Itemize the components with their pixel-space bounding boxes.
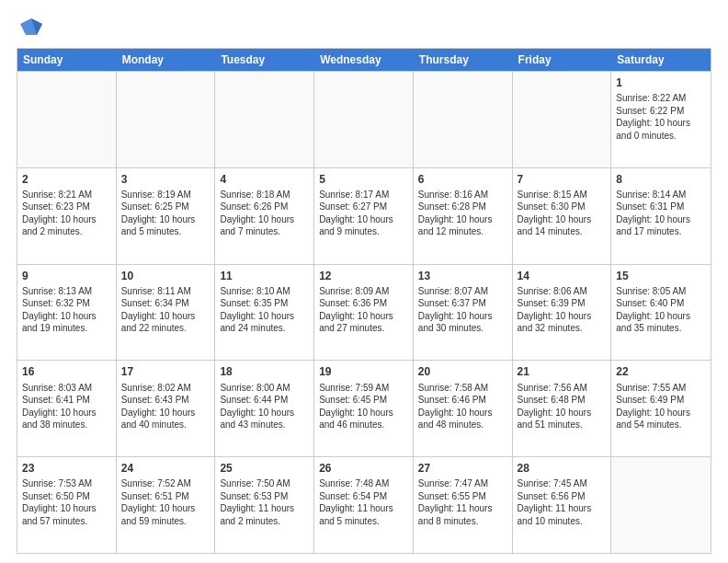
calendar-cell: 18Sunrise: 8:00 AMSunset: 6:44 PMDayligh… [215,361,314,456]
day-info: Daylight: 10 hours [22,502,111,515]
logo [17,15,44,40]
day-info: Sunrise: 8:10 AM [220,285,309,298]
day-number: 13 [418,269,507,283]
day-info: Daylight: 11 hours [319,502,408,515]
day-info: and 8 minutes. [418,515,507,528]
calendar-cell: 8Sunrise: 8:14 AMSunset: 6:31 PMDaylight… [611,168,711,264]
day-info: Sunrise: 8:22 AM [616,92,706,105]
day-info: Sunrise: 7:55 AM [616,382,706,395]
calendar-cell: 23Sunrise: 7:53 AMSunset: 6:50 PMDayligh… [17,457,117,553]
day-number: 18 [220,364,309,379]
day-info: Daylight: 10 hours [121,407,210,419]
day-info: Sunrise: 7:59 AM [319,382,408,395]
day-info: Sunset: 6:54 PM [319,490,408,503]
day-info: Sunrise: 8:03 AM [22,382,111,395]
day-info: and 32 minutes. [518,322,607,335]
day-info: Sunrise: 8:09 AM [319,285,408,298]
day-info: and 7 minutes. [220,225,309,238]
day-info: Sunset: 6:37 PM [418,297,507,310]
day-number: 19 [319,364,408,379]
day-info: Sunset: 6:36 PM [319,297,408,310]
day-info: Daylight: 10 hours [518,310,607,323]
day-info: Sunrise: 8:21 AM [22,189,111,201]
calendar-cell: 13Sunrise: 8:07 AMSunset: 6:37 PMDayligh… [414,265,513,361]
day-info: Sunrise: 8:11 AM [121,285,210,298]
day-info: and 54 minutes. [616,419,706,431]
day-info: and 48 minutes. [418,419,507,431]
day-info: Daylight: 10 hours [616,407,706,419]
weekday-header: Saturday [611,49,711,71]
day-info: Daylight: 11 hours [518,502,607,515]
day-number: 26 [319,461,408,476]
calendar-cell: 12Sunrise: 8:09 AMSunset: 6:36 PMDayligh… [314,265,414,361]
day-info: Sunrise: 7:45 AM [518,477,607,490]
calendar-cell: 9Sunrise: 8:13 AMSunset: 6:32 PMDaylight… [17,265,117,361]
day-info: and 12 minutes. [418,225,507,238]
day-number: 3 [121,172,210,187]
day-info: and 5 minutes. [121,225,210,238]
day-info: Sunrise: 8:02 AM [121,382,210,395]
weekday-header: Wednesday [314,49,414,71]
weekday-header: Thursday [414,49,513,71]
calendar-cell: 20Sunrise: 7:58 AMSunset: 6:46 PMDayligh… [414,361,513,456]
calendar-cell: 25Sunrise: 7:50 AMSunset: 6:53 PMDayligh… [215,457,314,553]
calendar-cell [513,72,612,167]
day-info: Sunrise: 7:48 AM [319,477,408,490]
day-info: Sunrise: 7:52 AM [121,477,210,490]
page: SundayMondayTuesdayWednesdayThursdayFrid… [0,0,728,563]
day-info: Sunrise: 8:13 AM [22,285,111,298]
day-info: Sunset: 6:56 PM [518,490,607,503]
day-info: Sunset: 6:30 PM [518,201,607,213]
day-info: Sunrise: 7:50 AM [220,477,309,490]
day-info: and 57 minutes. [22,515,111,528]
weekday-header: Tuesday [215,49,314,71]
day-number: 24 [121,461,210,476]
calendar-cell: 5Sunrise: 8:17 AMSunset: 6:27 PMDaylight… [314,168,414,264]
day-info: Sunset: 6:53 PM [220,490,309,503]
calendar-cell [414,72,513,167]
day-info: and 27 minutes. [319,322,408,335]
day-info: and 14 minutes. [518,225,607,238]
day-info: Sunrise: 8:17 AM [319,189,408,201]
day-info: Sunset: 6:40 PM [616,297,706,310]
day-info: Sunset: 6:27 PM [319,201,408,213]
calendar-cell: 16Sunrise: 8:03 AMSunset: 6:41 PMDayligh… [17,361,117,456]
day-info: Sunset: 6:49 PM [616,394,706,407]
day-info: Daylight: 10 hours [616,213,706,226]
day-info: Sunset: 6:31 PM [616,201,706,213]
day-info: and 9 minutes. [319,225,408,238]
day-info: Daylight: 10 hours [220,407,309,419]
calendar-cell: 6Sunrise: 8:16 AMSunset: 6:28 PMDaylight… [414,168,513,264]
day-info: Sunset: 6:26 PM [220,201,309,213]
day-number: 9 [22,269,111,283]
calendar: SundayMondayTuesdayWednesdayThursdayFrid… [17,48,711,554]
day-number: 21 [518,364,607,379]
day-number: 14 [518,269,607,283]
day-info: Daylight: 10 hours [319,213,408,226]
day-info: Sunset: 6:44 PM [220,394,309,407]
day-info: and 38 minutes. [22,419,111,431]
day-info: and 19 minutes. [22,322,111,335]
day-number: 7 [518,172,607,187]
day-number: 4 [220,172,309,187]
day-number: 17 [121,364,210,379]
day-info: Sunrise: 8:00 AM [220,382,309,395]
day-info: Sunset: 6:22 PM [616,105,706,118]
day-info: Daylight: 10 hours [220,310,309,323]
day-info: Daylight: 10 hours [121,502,210,515]
weekday-header: Sunday [17,49,117,71]
day-info: Sunset: 6:34 PM [121,297,210,310]
calendar-cell: 19Sunrise: 7:59 AMSunset: 6:45 PMDayligh… [314,361,414,456]
day-info: and 51 minutes. [518,419,607,431]
day-info: Daylight: 10 hours [616,117,706,130]
day-info: Sunrise: 7:47 AM [418,477,507,490]
calendar-row: 2Sunrise: 8:21 AMSunset: 6:23 PMDaylight… [17,167,711,264]
day-info: Daylight: 10 hours [418,310,507,323]
calendar-cell: 24Sunrise: 7:52 AMSunset: 6:51 PMDayligh… [117,457,216,553]
day-info: Sunset: 6:50 PM [22,490,111,503]
calendar-cell [17,72,117,167]
day-info: Daylight: 10 hours [220,213,309,226]
day-info: Sunset: 6:32 PM [22,297,111,310]
day-info: Daylight: 10 hours [22,213,111,226]
day-number: 27 [418,461,507,476]
